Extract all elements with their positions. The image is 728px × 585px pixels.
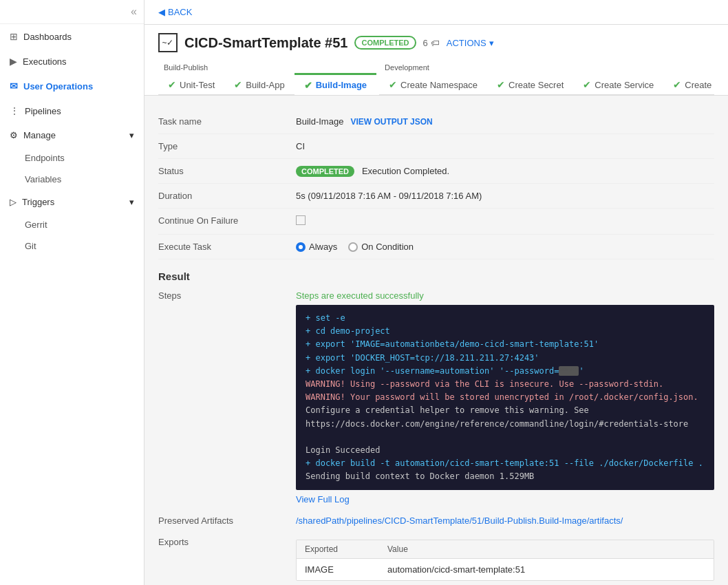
check-icon: ✔: [304, 80, 312, 91]
tab-create-namespace[interactable]: ✔ Create Namespace: [379, 73, 487, 95]
artifacts-path-link[interactable]: /sharedPath/pipelines/CICD-SmartTemplate…: [296, 515, 623, 526]
sidebar-item-executions[interactable]: ▶ Executions: [0, 49, 144, 74]
duration-value: 5s (09/11/2018 7:16 AM - 09/11/2018 7:16…: [296, 191, 714, 201]
tag-count: 6 🏷: [423, 38, 440, 48]
sidebar-item-git[interactable]: Git: [0, 235, 144, 257]
on-condition-label: On Condition: [361, 242, 414, 252]
group-label-development: Development: [379, 61, 714, 73]
tab-create-deployment[interactable]: ✔ Create Deployment: [663, 73, 714, 95]
exports-label: Exports: [158, 537, 282, 547]
pipelines-icon: ⋮: [10, 105, 19, 116]
actions-button[interactable]: ACTIONS ▾: [447, 38, 494, 48]
check-icon: ✔: [168, 79, 176, 90]
task-name-label: Task name: [158, 116, 282, 127]
log-line: https://docs.docker.com/engine/reference…: [306, 418, 705, 431]
tab-build-image[interactable]: ✔ Build-Image: [295, 73, 376, 95]
task-name-row: Task name Build-Image VIEW OUTPUT JSON: [158, 109, 714, 134]
task-name-text: Build-Image: [296, 116, 343, 127]
sidebar-item-gerrit[interactable]: Gerrit: [0, 214, 144, 235]
manage-chevron-icon: ▾: [129, 130, 134, 140]
user-operations-icon: ✉: [10, 81, 18, 92]
tab-create-service[interactable]: ✔ Create Service: [573, 73, 663, 95]
manage-label: Manage: [23, 130, 56, 140]
sidebar-item-pipelines[interactable]: ⋮ Pipelines: [0, 98, 144, 123]
check-icon: ✔: [583, 79, 591, 90]
check-icon: ✔: [497, 79, 505, 90]
pipeline-group-build-publish: Build-Publish ✔ Unit-Test ✔ Build-App ✔ …: [158, 61, 376, 95]
sidebar-item-label: Executions: [23, 56, 67, 67]
log-line: Login Succeeded: [306, 444, 705, 457]
steps-row: Steps Steps are executed successfully + …: [158, 285, 714, 510]
steps-label: Steps: [158, 290, 282, 301]
type-value: CI: [296, 141, 714, 151]
exported-value: automation/cicd-smart-template:51: [387, 564, 525, 575]
on-condition-radio[interactable]: On Condition: [348, 242, 414, 252]
group-label-build-publish: Build-Publish: [158, 61, 376, 73]
tab-create-secret[interactable]: ✔ Create Secret: [487, 73, 573, 95]
tab-label: Unit-Test: [180, 80, 215, 90]
manage-icon: ⚙: [10, 130, 18, 140]
log-line: + docker login '--username=automation' '…: [306, 365, 705, 378]
group-tabs-build-publish: ✔ Unit-Test ✔ Build-App ✔ Build-Image: [158, 73, 376, 95]
log-line: + export 'DOCKER_HOST=tcp://18.211.211.2…: [306, 352, 705, 365]
sidebar-item-variables[interactable]: Variables: [0, 169, 144, 190]
log-line: + export 'IMAGE=automationbeta/demo-cicd…: [306, 338, 705, 351]
always-label: Always: [309, 242, 337, 252]
tab-unit-test[interactable]: ✔ Unit-Test: [158, 73, 224, 95]
log-line: WARNING! Using --password via the CLI is…: [306, 378, 705, 391]
status-value: COMPLETED Execution Completed.: [296, 166, 714, 176]
view-full-log-link[interactable]: View Full Log: [296, 494, 350, 504]
on-condition-radio-circle: [348, 242, 358, 252]
type-row: Type CI: [158, 134, 714, 159]
log-line: WARNING! Your password will be stored un…: [306, 391, 705, 404]
sidebar-item-endpoints[interactable]: Endpoints: [0, 147, 144, 169]
sidebar-item-label: Pipelines: [25, 106, 61, 116]
duration-row: Duration 5s (09/11/2018 7:16 AM - 09/11/…: [158, 184, 714, 209]
collapse-icon[interactable]: «: [131, 6, 137, 18]
log-line: + set -e: [306, 312, 705, 325]
triggers-chevron-icon: ▾: [129, 197, 134, 207]
execute-task-radio-group: Always On Condition: [296, 242, 714, 252]
log-line: Sending build context to Docker daemon 1…: [306, 470, 705, 483]
pipeline-group-development: Development ✔ Create Namespace ✔ Create …: [379, 61, 714, 95]
always-radio[interactable]: Always: [296, 242, 337, 252]
group-tabs-development: ✔ Create Namespace ✔ Create Secret ✔ Cre…: [379, 73, 714, 95]
exports-header: Exported Value: [297, 540, 714, 559]
continue-on-failure-row: Continue On Failure: [158, 209, 714, 235]
status-badge: COMPLETED: [296, 166, 354, 177]
view-output-button[interactable]: VIEW OUTPUT JSON: [350, 117, 432, 127]
exports-col1-header: Exported: [305, 544, 387, 554]
sidebar-item-label: User Operations: [23, 81, 93, 92]
exports-table: Exported Value IMAGE automation/cicd-sma…: [296, 540, 714, 581]
tab-label: Create Deployment: [685, 80, 714, 90]
main-content: ◀ BACK ~✓ CICD-SmartTemplate #51 COMPLET…: [144, 0, 728, 585]
back-button[interactable]: ◀ BACK: [158, 7, 192, 17]
sidebar-collapse-button[interactable]: «: [0, 0, 144, 24]
sidebar-triggers-section[interactable]: ▷ Triggers ▾: [0, 190, 144, 214]
log-box: + set -e + cd demo-project + export 'IMA…: [296, 305, 714, 490]
sidebar-manage-section[interactable]: ⚙ Manage ▾: [0, 123, 144, 147]
tab-build-app[interactable]: ✔ Build-App: [224, 73, 294, 95]
execute-task-label: Execute Task: [158, 242, 282, 252]
check-icon: ✔: [389, 79, 397, 90]
result-section-title: Result: [158, 259, 714, 285]
tab-label: Build-App: [246, 80, 284, 90]
continue-on-failure-label: Continue On Failure: [158, 215, 282, 226]
log-line: [306, 431, 705, 444]
log-line: + docker build -t automation/cicd-smart-…: [306, 457, 705, 470]
continue-on-failure-checkbox[interactable]: [296, 215, 306, 225]
preserved-artifacts-value: /sharedPath/pipelines/CICD-SmartTemplate…: [296, 515, 714, 526]
steps-content: Steps are executed successfully + set -e…: [296, 290, 714, 504]
execute-task-value: Always On Condition: [296, 242, 714, 252]
tab-label: Create Service: [595, 80, 654, 90]
log-line: Configure a credential helper to remove …: [306, 404, 705, 417]
exports-content: Exported Value IMAGE automation/cicd-sma…: [296, 537, 714, 581]
continue-on-failure-value[interactable]: [296, 215, 714, 227]
sidebar-item-user-operations[interactable]: ✉ User Operations: [0, 74, 144, 98]
preserved-artifacts-row: Preserved Artifacts /sharedPath/pipeline…: [158, 510, 714, 531]
exported-key: IMAGE: [305, 564, 387, 575]
triggers-label: Triggers: [22, 197, 54, 207]
exports-row: Exports Exported Value IMAGE automation/…: [158, 531, 714, 585]
sidebar-item-dashboards[interactable]: ⊞ Dashboards: [0, 24, 144, 49]
exports-col2-header: Value: [387, 544, 408, 554]
